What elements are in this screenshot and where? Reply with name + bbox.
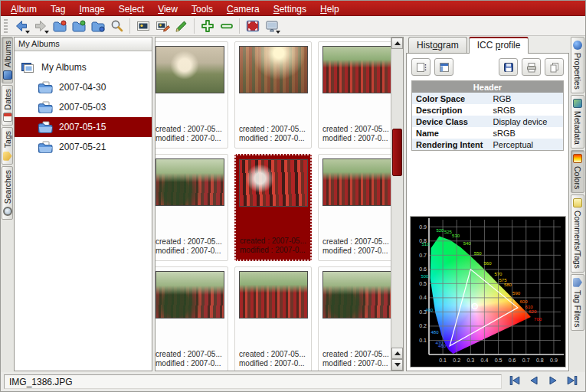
- menu-item-label: Tag: [51, 4, 65, 15]
- thumbnail-card[interactable]: created : 2007-05... modified : 2007-0..…: [318, 266, 391, 371]
- thumbnail-card[interactable]: created : 2007-05... modified : 2007-0..…: [318, 154, 391, 261]
- icc-row-key: Name: [412, 127, 489, 139]
- album-image-icon[interactable]: [70, 17, 87, 34]
- previous-image-icon[interactable]: [527, 374, 541, 390]
- thumbnail-card[interactable]: created : 2007-05... modified : 2007-0..…: [234, 266, 312, 371]
- svg-text:530: 530: [452, 234, 460, 238]
- view-image-icon[interactable]: [134, 17, 152, 34]
- last-image-icon[interactable]: [565, 374, 579, 390]
- thumbnail-card[interactable]: created : 2007-05... modified : 2007-0..…: [234, 41, 312, 149]
- pencil-edit-icon[interactable]: [172, 17, 190, 34]
- menu-item[interactable]: View: [151, 1, 185, 15]
- svg-text:620: 620: [529, 309, 537, 314]
- album-tree-item[interactable]: 2007-05-03: [15, 97, 152, 117]
- menu-item[interactable]: Settings: [267, 1, 313, 15]
- colors-panel-tab[interactable]: ICC profile: [469, 37, 529, 54]
- scrollbar-track[interactable]: [391, 49, 403, 348]
- album-tree-header[interactable]: My Albums: [15, 38, 152, 51]
- sidebar-tab[interactable]: Dates: [2, 85, 13, 126]
- thumbnail-photo: [239, 46, 308, 93]
- sidebar-tab[interactable]: Albums: [2, 37, 13, 83]
- print-icon[interactable]: [522, 58, 541, 76]
- icc-row-value: sRGB: [489, 127, 563, 139]
- scrollbar-thumb[interactable]: [392, 129, 402, 176]
- thumbnail-card[interactable]: created : 2007-05... modified : 2007-0..…: [156, 154, 228, 261]
- tags-icon: [3, 152, 12, 161]
- slideshow-icon[interactable]: [263, 17, 280, 34]
- album-tree-item-label: My Albums: [41, 62, 87, 73]
- sidebar-tab-label: Colors: [573, 166, 582, 189]
- sidebar-tab-label: Albums: [3, 41, 12, 67]
- thumbnail-card[interactable]: created : 2007-05... modified : 2007-0..…: [318, 41, 391, 149]
- svg-text:580: 580: [504, 283, 512, 287]
- thumbnail-photo: [156, 46, 224, 93]
- colors-panel-tab-label: ICC profile: [477, 40, 521, 51]
- svg-text:0.7: 0.7: [419, 253, 427, 258]
- icc-profile-view: Header Color Space RGB Description sRGB …: [406, 53, 569, 371]
- toolbar-separator: [129, 18, 130, 34]
- colors-icon: [573, 154, 582, 163]
- sidebar-tab[interactable]: Tags: [2, 127, 13, 164]
- fullscreen-icon[interactable]: [244, 17, 261, 34]
- first-image-icon[interactable]: [508, 374, 522, 390]
- scroll-down-button[interactable]: [391, 359, 403, 371]
- menu-item-label: Tools: [192, 4, 213, 15]
- thumbnail-card[interactable]: created : 2007-05... modified : 2007-0..…: [156, 41, 228, 149]
- album-tree-item[interactable]: 2007-05-15: [15, 117, 152, 137]
- scroll-up-button-2[interactable]: [391, 348, 403, 359]
- sidebar-tab[interactable]: Searches: [2, 166, 13, 220]
- copy-icon[interactable]: [545, 58, 564, 76]
- scroll-up-button[interactable]: [391, 38, 403, 49]
- thumbnail-card[interactable]: created : 2007-05... modified : 2007-0..…: [156, 266, 228, 371]
- back-icon[interactable]: [12, 17, 30, 34]
- search-icon[interactable]: [108, 17, 126, 34]
- comments-tags-icon: [573, 198, 582, 207]
- remove-icon[interactable]: [218, 17, 235, 34]
- icc-toolbar: [410, 57, 565, 79]
- new-album-icon[interactable]: [51, 17, 68, 34]
- sidebar-tab[interactable]: Metadata: [571, 95, 584, 149]
- svg-text:490: 490: [425, 308, 434, 312]
- toggle-header-view-icon[interactable]: [434, 58, 453, 76]
- svg-text:0.4: 0.4: [481, 358, 489, 363]
- menu-item[interactable]: Select: [112, 1, 151, 15]
- thumbnail-photo: [239, 159, 308, 207]
- sidebar-tab[interactable]: Tag Filters: [571, 274, 584, 331]
- sidebar-tab-label: Searches: [3, 170, 12, 204]
- album-tree-item[interactable]: 2007-04-30: [15, 77, 152, 97]
- icc-row-value: sRGB: [489, 104, 563, 116]
- icc-row-key: Description: [412, 104, 489, 116]
- caption-modified: modified : 2007-0...: [240, 246, 310, 255]
- menu-item-label: Image: [79, 4, 104, 15]
- album-edit-icon[interactable]: [89, 17, 106, 34]
- edit-image-icon[interactable]: [153, 17, 171, 34]
- next-image-icon[interactable]: [546, 374, 560, 390]
- album-tree-item[interactable]: 2007-05-21: [15, 137, 152, 157]
- colors-panel-tab[interactable]: Histogram: [408, 37, 467, 53]
- menu-item-label: Help: [320, 4, 339, 15]
- svg-text:575: 575: [499, 278, 508, 283]
- menu-item[interactable]: Tools: [185, 1, 220, 15]
- menu-item[interactable]: Album: [4, 1, 44, 15]
- add-icon[interactable]: [198, 17, 216, 34]
- sidebar-tab[interactable]: Comments/Tags: [571, 194, 584, 273]
- svg-text:500: 500: [421, 274, 429, 279]
- sidebar-tab[interactable]: Colors: [571, 150, 584, 193]
- caption-created: created : 2007-05...: [322, 350, 391, 359]
- album-tree-item[interactable]: My Albums: [15, 57, 152, 77]
- sidebar-tab[interactable]: Properties: [571, 37, 584, 93]
- thumbnail-caption: created : 2007-05... modified : 2007-0..…: [319, 350, 391, 371]
- menu-item[interactable]: Image: [72, 1, 111, 15]
- toolbar-drag-handle[interactable]: [4, 19, 8, 33]
- svg-text:700: 700: [534, 317, 542, 322]
- thumbnail-card[interactable]: created : 2007-05... modified : 2007-0..…: [234, 154, 312, 261]
- album-tree-item-label: 2007-05-21: [59, 142, 106, 152]
- menu-item[interactable]: Tag: [44, 1, 72, 15]
- menu-item[interactable]: Camera: [220, 1, 267, 15]
- album-tree-item-label: 2007-05-15: [59, 122, 106, 132]
- menu-item[interactable]: Help: [313, 1, 346, 15]
- save-icon[interactable]: [499, 58, 518, 76]
- thumbnail-scrollbar[interactable]: [391, 38, 403, 371]
- svg-text:0.2: 0.2: [419, 323, 427, 328]
- toggle-text-view-icon[interactable]: [411, 58, 430, 76]
